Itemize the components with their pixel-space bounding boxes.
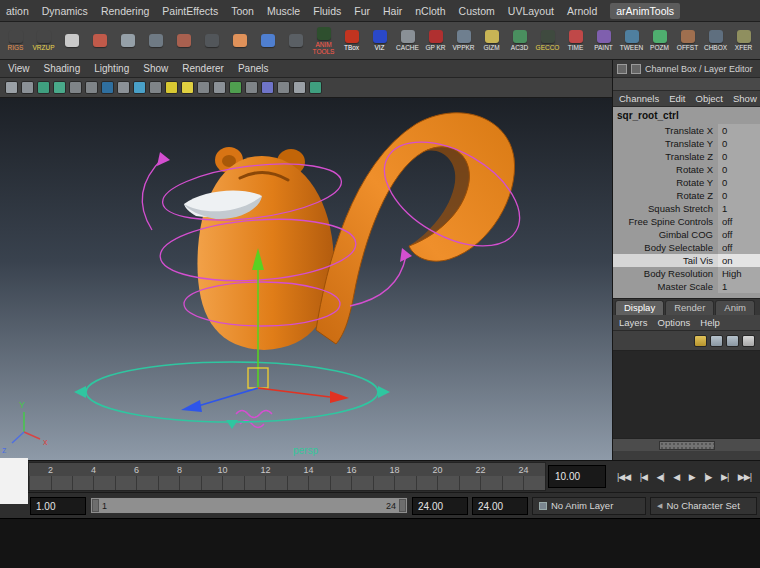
channel-box-toggle-icon[interactable] [617,64,627,74]
toolbar-icon[interactable] [5,81,18,94]
shelf-button[interactable]: GIZM [478,24,505,58]
shelf-button[interactable] [170,24,197,58]
channel-value-field[interactable]: 0 [718,163,760,176]
time-slider[interactable]: 2 4 6 8 10 12 14 16 18 20 [28,462,546,491]
shelf-button[interactable] [198,24,225,58]
shelf-button[interactable]: AC3D [506,24,533,58]
playback-button[interactable]: ▶ [689,472,695,482]
channel-row[interactable]: Body Selectable off [613,241,760,254]
channel-value-field[interactable]: 0 [718,150,760,163]
channel-row[interactable]: Tail Vis on [613,254,760,267]
toolbar-icon[interactable] [149,81,162,94]
toolbar-icon[interactable] [181,81,194,94]
menu-item[interactable]: Fluids [313,5,341,17]
layer-list[interactable] [613,351,760,438]
scrollbar-handle[interactable] [659,441,715,450]
shelf-button[interactable]: TIME [562,24,589,58]
layer-editor-tab[interactable]: Anim [715,300,755,315]
toolbar-icon[interactable] [133,81,146,94]
create-empty-layer-icon[interactable] [742,335,755,347]
layer-editor-menu-item[interactable]: Layers [619,317,648,328]
channel-row[interactable]: Gimbal COG off [613,228,760,241]
toolbar-icon[interactable] [37,81,50,94]
channel-box-menu-item[interactable]: Show [733,93,757,104]
shelf-button[interactable] [254,24,281,58]
perspective-viewport[interactable]: Y x z persp [0,98,612,460]
panel-menu-item[interactable]: Show [143,63,168,74]
shelf-button[interactable]: CHBOX [702,24,729,58]
toolbar-icon[interactable] [293,81,306,94]
channel-row[interactable]: Free Spine Controls off [613,215,760,228]
shelf-button[interactable]: XFER [730,24,757,58]
channel-value-field[interactable]: 1 [718,280,760,293]
timeline-ticks[interactable] [29,476,545,490]
toolbar-icon[interactable] [53,81,66,94]
playback-button[interactable]: |◀ [640,472,647,482]
playback-button[interactable]: |◀◀ [617,472,630,482]
channel-row[interactable]: Rotate Y 0 [613,176,760,189]
animation-start-field[interactable]: 1.00 [30,497,86,515]
channel-row[interactable]: Rotate Z 0 [613,189,760,202]
toolbar-icon[interactable] [213,81,226,94]
shelf-button[interactable] [142,24,169,58]
current-time-field[interactable]: 10.00 [548,465,606,488]
shelf-button[interactable]: VPPKR [450,24,477,58]
playback-button[interactable]: ◀| [657,472,664,482]
panel-menu-item[interactable]: View [8,63,30,74]
range-end-handle[interactable] [399,499,406,512]
playback-button[interactable]: |▶ [704,472,711,482]
toolbar-icon[interactable] [245,81,258,94]
shelf-button[interactable]: ANIM TOOLS [310,24,337,58]
menu-item[interactable]: Hair [383,5,402,17]
channel-row[interactable]: Master Scale 1 [613,280,760,293]
shelf-button[interactable]: TWEEN [618,24,645,58]
shelf-button[interactable] [282,24,309,58]
channel-row[interactable]: Rotate X 0 [613,163,760,176]
shelf-button[interactable]: CACHE [394,24,421,58]
channel-value-field[interactable]: on [718,254,760,267]
panel-menu-item[interactable]: Renderer [182,63,224,74]
channel-value-field[interactable]: 0 [718,189,760,202]
create-layer-icon[interactable] [710,335,723,347]
shelf-button[interactable]: RIGS [2,24,29,58]
shelf-button[interactable]: OFFST [674,24,701,58]
animation-end-field[interactable]: 24.00 [472,497,528,515]
menu-item[interactable]: nCloth [415,5,445,17]
channel-value-field[interactable]: 0 [718,124,760,137]
channel-value-field[interactable]: off [718,228,760,241]
playback-end-field[interactable]: 24.00 [412,497,468,515]
shelf-button[interactable] [58,24,85,58]
menu-item[interactable]: Rendering [101,5,149,17]
playback-button[interactable]: ▶| [721,472,728,482]
selected-object-name[interactable]: sqr_root_ctrl [613,107,760,124]
menu-item[interactable]: ation [6,5,29,17]
toolbar-icon[interactable] [165,81,178,94]
range-start-handle[interactable] [92,499,99,512]
menu-item[interactable]: Custom [459,5,495,17]
toolbar-icon[interactable] [197,81,210,94]
channel-value-field[interactable]: 0 [718,176,760,189]
panel-menu-item[interactable]: Shading [44,63,81,74]
shelf-button[interactable]: GP KR [422,24,449,58]
menu-item[interactable]: Fur [354,5,370,17]
toolbar-icon[interactable] [229,81,242,94]
channel-row[interactable]: Translate Z 0 [613,150,760,163]
menu-item[interactable]: Muscle [267,5,300,17]
channel-row[interactable]: Squash Stretch 1 [613,202,760,215]
panel-menu-item[interactable]: Panels [238,63,269,74]
channel-value-field[interactable]: 1 [718,202,760,215]
shelf-button[interactable] [86,24,113,58]
channel-value-field[interactable]: off [718,215,760,228]
range-slider[interactable]: 1 24 [90,497,408,514]
channel-box-menu-item[interactable]: Edit [669,93,685,104]
shelf-button[interactable] [114,24,141,58]
toolbar-icon[interactable] [69,81,82,94]
shelf-button[interactable]: PAINT [590,24,617,58]
layer-editor-menu-item[interactable]: Help [700,317,720,328]
toolbar-icon[interactable] [117,81,130,94]
toolbar-icon[interactable] [277,81,290,94]
menu-item[interactable]: Dynamics [42,5,88,17]
menu-item[interactable]: arAnimTools [610,3,680,19]
channel-value-field[interactable]: off [718,241,760,254]
shelf-button[interactable] [226,24,253,58]
